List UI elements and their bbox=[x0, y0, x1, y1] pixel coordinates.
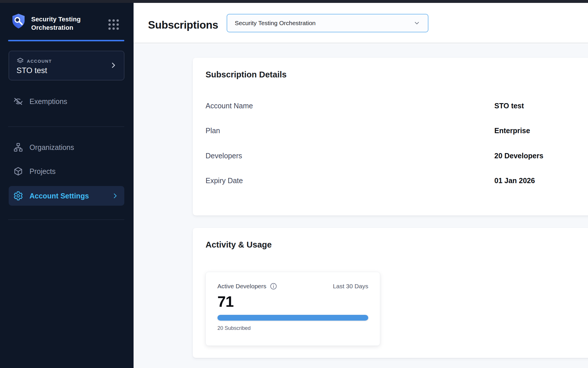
detail-row-expiry-date: Expiry Date 01 Jan 2026 bbox=[206, 176, 572, 186]
subscription-details-title: Subscription Details bbox=[206, 70, 286, 79]
active-developers-count: 71 bbox=[217, 293, 368, 310]
sto-shield-logo-icon bbox=[12, 13, 25, 29]
chevron-right-icon bbox=[110, 62, 117, 69]
module-switcher-grid-icon[interactable] bbox=[108, 18, 120, 31]
sidebar-item-label: Exemptions bbox=[29, 97, 67, 106]
content-area: Subscription Details Account Name STO te… bbox=[134, 44, 588, 368]
module-title: Security Testing Orchestration bbox=[31, 15, 103, 32]
active-developers-stat-card: Active Developers Last 30 Days 71 20 Sub… bbox=[206, 272, 380, 346]
org-chart-icon bbox=[13, 142, 23, 152]
detail-value: Enterprise bbox=[494, 127, 530, 135]
active-developers-label: Active Developers bbox=[217, 283, 266, 290]
detail-value: STO test bbox=[494, 102, 524, 110]
sidebar-item-label: Organizations bbox=[29, 143, 74, 152]
window-top-strip bbox=[0, 0, 588, 3]
chevron-down-icon bbox=[413, 20, 420, 27]
eye-off-icon bbox=[13, 96, 23, 106]
detail-row-developers: Developers 20 Developers bbox=[206, 152, 572, 161]
stat-header-row: Active Developers Last 30 Days bbox=[217, 282, 368, 290]
brand-underline bbox=[8, 40, 124, 41]
chevron-right-icon bbox=[112, 192, 119, 199]
sidebar: Security Testing Orchestration ACCOUNT S… bbox=[0, 3, 134, 368]
account-name: STO test bbox=[16, 66, 47, 75]
info-icon[interactable] bbox=[270, 282, 277, 290]
stat-period-label: Last 30 Days bbox=[333, 283, 368, 290]
detail-value: 20 Developers bbox=[494, 152, 543, 160]
account-scope-label: ACCOUNT bbox=[27, 59, 52, 64]
sidebar-item-exemptions[interactable]: Exemptions bbox=[9, 92, 124, 111]
activity-usage-title: Activity & Usage bbox=[206, 240, 272, 250]
detail-label: Account Name bbox=[206, 102, 253, 110]
module-select-value: Security Testing Orchestration bbox=[235, 20, 316, 27]
detail-label: Developers bbox=[206, 152, 242, 160]
subscribed-count-label: 20 Subscribed bbox=[217, 325, 368, 331]
cube-icon bbox=[13, 166, 23, 176]
page-header: Subscriptions Security Testing Orchestra… bbox=[134, 3, 588, 43]
sidebar-item-label: Projects bbox=[29, 167, 56, 176]
sidebar-divider bbox=[8, 127, 124, 127]
page-title: Subscriptions bbox=[148, 19, 218, 31]
activity-usage-card: Activity & Usage Active Developers Last … bbox=[193, 228, 588, 358]
active-developers-progress-fill bbox=[217, 315, 368, 321]
gear-icon bbox=[13, 191, 23, 201]
detail-row-plan: Plan Enterprise bbox=[206, 127, 572, 136]
subscription-details-card: Subscription Details Account Name STO te… bbox=[193, 58, 588, 215]
module-select-dropdown[interactable]: Security Testing Orchestration bbox=[227, 14, 428, 32]
account-scope-card[interactable]: ACCOUNT STO test bbox=[9, 51, 124, 80]
layers-icon bbox=[16, 57, 24, 65]
active-developers-progress-track bbox=[217, 315, 368, 321]
sidebar-item-label: Account Settings bbox=[29, 192, 89, 200]
detail-value: 01 Jan 2026 bbox=[494, 176, 535, 185]
detail-label: Plan bbox=[206, 127, 220, 135]
sidebar-item-projects[interactable]: Projects bbox=[9, 161, 124, 181]
sidebar-item-account-settings[interactable]: Account Settings bbox=[9, 186, 124, 206]
detail-row-account-name: Account Name STO test bbox=[206, 102, 572, 111]
detail-label: Expiry Date bbox=[206, 176, 243, 185]
sidebar-item-organizations[interactable]: Organizations bbox=[9, 137, 124, 157]
sidebar-divider bbox=[8, 220, 124, 220]
app-window: Security Testing Orchestration ACCOUNT S… bbox=[0, 0, 588, 368]
